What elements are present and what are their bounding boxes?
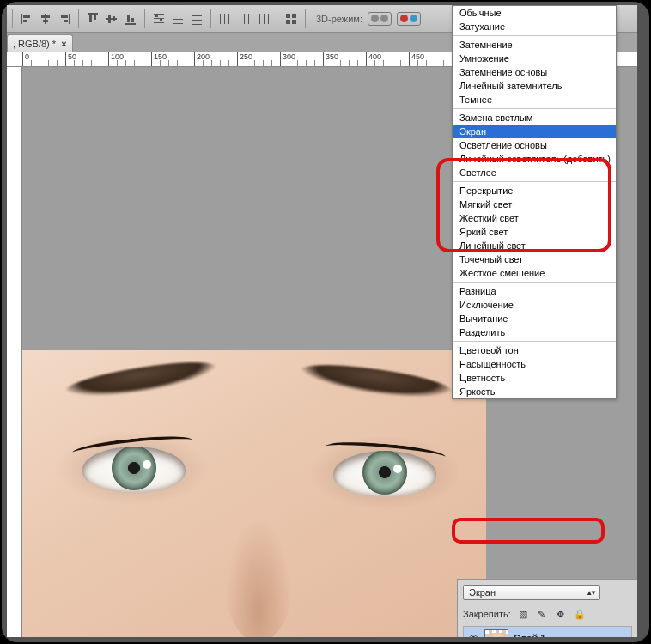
svg-rect-35 <box>259 14 260 24</box>
ruler-tick: 0 <box>22 52 23 66</box>
svg-rect-38 <box>286 14 290 18</box>
blend-mode-option[interactable]: Осветление основы <box>453 138 616 152</box>
blend-mode-option[interactable]: Насыщенность <box>453 357 616 371</box>
distribute-bottom-button[interactable] <box>188 10 205 27</box>
ruler-tick: 150 <box>151 52 152 66</box>
blend-mode-option[interactable]: Перекрытие <box>453 184 616 197</box>
separator <box>453 108 616 109</box>
separator <box>453 341 616 342</box>
blend-mode-option[interactable]: Точечный свет <box>453 252 616 266</box>
illustration-eyebrow <box>298 359 454 404</box>
svg-rect-23 <box>173 15 183 15</box>
distribute-vcenter-button[interactable] <box>169 10 186 27</box>
align-left-button[interactable] <box>18 10 35 27</box>
separator <box>78 9 79 28</box>
blend-mode-option[interactable]: Разделить <box>453 325 616 339</box>
svg-rect-16 <box>127 15 130 22</box>
blend-mode-dropdown[interactable]: ОбычныеЗатуханиеЗатемнениеУмножениеЗатем… <box>452 5 617 399</box>
blend-mode-option[interactable]: Цветовой тон <box>453 343 616 357</box>
svg-rect-28 <box>192 24 202 25</box>
align-top-button[interactable] <box>84 10 101 27</box>
svg-rect-32 <box>240 14 240 24</box>
distribute-left-button[interactable] <box>216 10 234 27</box>
blend-mode-option[interactable]: Линейный свет <box>453 239 616 252</box>
chevron-updown-icon: ▲▼ <box>586 589 594 597</box>
mode-3d-anaglyph-icon[interactable] <box>397 12 421 26</box>
align-vcenter-button[interactable] <box>103 10 120 27</box>
mode-3d-icon[interactable] <box>368 12 392 26</box>
lock-label: Закрепить: <box>463 609 511 619</box>
blend-mode-option[interactable]: Разница <box>453 284 616 298</box>
lock-all-icon[interactable]: 🔒 <box>573 607 587 621</box>
distribute-hcenter-button[interactable] <box>235 10 252 27</box>
illustration-nose <box>224 518 293 637</box>
svg-rect-4 <box>41 15 50 18</box>
blend-mode-value: Экран <box>469 587 496 598</box>
layer-list: 👁Слой 1👁Фон <box>463 626 632 637</box>
blend-mode-option[interactable]: Жесткое смешение <box>453 266 616 280</box>
svg-rect-8 <box>64 20 68 22</box>
distribute-top-button[interactable] <box>150 10 167 27</box>
blend-mode-option[interactable]: Темнее <box>453 93 616 106</box>
blend-mode-option[interactable]: Цветность <box>453 371 616 385</box>
svg-rect-11 <box>94 15 96 20</box>
separator <box>12 9 13 28</box>
visibility-eye-icon[interactable]: 👁 <box>467 633 479 638</box>
svg-rect-2 <box>23 20 27 22</box>
blend-mode-option[interactable]: Обычные <box>453 6 616 20</box>
blend-mode-option[interactable]: Исключение <box>453 298 616 312</box>
layers-panel: Экран ▲▼ Закрепить: ▧ ✎ ✥ 🔒 👁Слой 1👁Фон <box>457 579 637 637</box>
layer-row[interactable]: 👁Слой 1 <box>464 627 631 637</box>
document-tab[interactable]: , RGB/8) * × <box>7 34 73 52</box>
separator <box>453 181 616 182</box>
align-right-button[interactable] <box>56 10 73 27</box>
blend-mode-option[interactable]: Мягкий свет <box>453 197 616 211</box>
svg-rect-41 <box>292 20 296 24</box>
blend-mode-option[interactable]: Светлее <box>453 166 616 179</box>
svg-rect-39 <box>292 14 296 18</box>
lock-pixels-icon[interactable]: ✎ <box>535 607 549 621</box>
svg-rect-26 <box>192 15 202 16</box>
ruler-tick: 300 <box>280 52 281 66</box>
auto-align-button[interactable] <box>283 10 300 27</box>
align-hcenter-button[interactable] <box>37 10 54 27</box>
separator <box>453 282 616 283</box>
document-canvas[interactable] <box>22 350 486 637</box>
close-icon[interactable]: × <box>61 39 66 49</box>
blend-mode-option[interactable]: Умножение <box>453 52 616 65</box>
blend-mode-option[interactable]: Линейный осветлитель (добавить) <box>453 152 616 166</box>
svg-rect-17 <box>131 18 134 22</box>
ruler-tick: 100 <box>108 52 109 66</box>
svg-rect-15 <box>125 23 136 25</box>
blend-mode-option[interactable]: Вычитание <box>453 312 616 325</box>
blend-mode-option[interactable]: Затемнение основы <box>453 65 616 79</box>
svg-rect-20 <box>154 22 164 23</box>
blend-mode-option[interactable]: Линейный затемнитель <box>453 79 616 93</box>
distribute-right-button[interactable] <box>254 10 271 27</box>
mode-3d-text: 3D-режим: <box>316 14 362 24</box>
blend-mode-option[interactable]: Жесткий свет <box>453 211 616 225</box>
align-bottom-button[interactable] <box>122 10 139 27</box>
svg-rect-10 <box>89 15 92 22</box>
lock-transparency-icon[interactable]: ▧ <box>516 607 530 621</box>
illustration-eye <box>82 447 186 493</box>
blend-mode-option[interactable]: Затемнение <box>453 38 616 52</box>
svg-rect-0 <box>21 14 22 24</box>
blend-mode-option[interactable]: Замена светлым <box>453 111 616 125</box>
blend-mode-option[interactable]: Яркость <box>453 385 616 398</box>
svg-rect-27 <box>192 20 202 21</box>
ruler-tick: 450 <box>409 52 410 66</box>
blend-mode-option[interactable]: Яркий свет <box>453 225 616 239</box>
svg-rect-18 <box>154 14 164 15</box>
lock-row: Закрепить: ▧ ✎ ✥ 🔒 <box>463 607 632 621</box>
vertical-ruler <box>7 67 22 637</box>
blend-mode-option[interactable]: Экран <box>453 125 616 138</box>
ruler-tick: 200 <box>194 52 195 66</box>
separator <box>144 9 145 28</box>
lock-position-icon[interactable]: ✥ <box>554 607 568 621</box>
blend-mode-select[interactable]: Экран ▲▼ <box>463 585 600 600</box>
svg-rect-31 <box>228 14 229 24</box>
blend-mode-option[interactable]: Затухание <box>453 20 616 33</box>
svg-rect-36 <box>264 14 265 24</box>
ruler-tick: 400 <box>366 52 367 66</box>
